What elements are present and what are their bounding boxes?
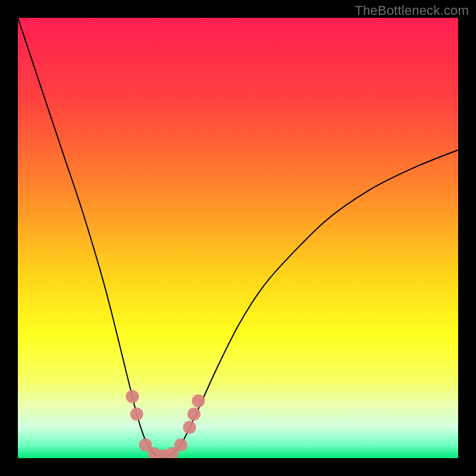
highlight-dot (187, 408, 201, 421)
watermark-text: TheBottleneck.com (355, 3, 469, 18)
plot-area (18, 18, 458, 458)
highlight-dots (126, 390, 205, 458)
bottleneck-curve (18, 18, 458, 458)
highlight-dot (174, 439, 187, 452)
highlight-dot (130, 408, 143, 421)
highlight-dot (126, 390, 139, 403)
highlight-dot (192, 394, 205, 408)
highlight-dot (183, 421, 196, 434)
curve-layer (18, 18, 458, 458)
chart-frame: TheBottleneck.com (0, 0, 476, 476)
